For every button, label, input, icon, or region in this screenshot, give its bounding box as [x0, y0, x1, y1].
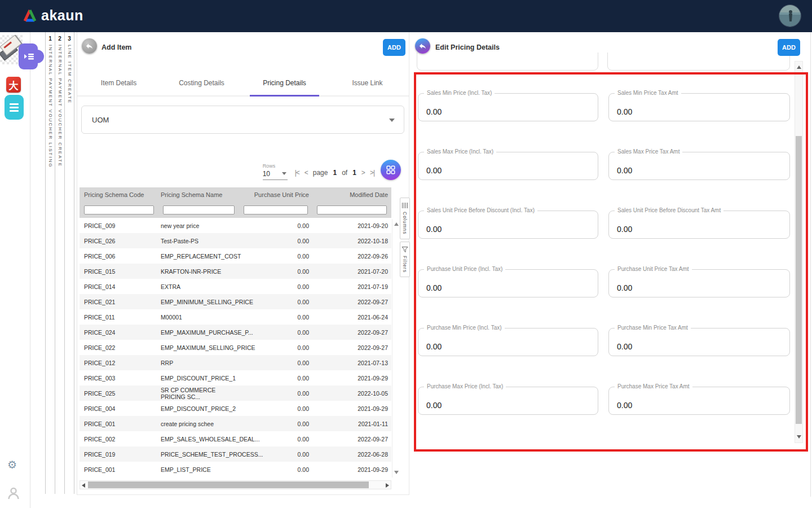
user-avatar[interactable] [779, 5, 801, 27]
filter-input-purchase-unit-price[interactable] [244, 205, 308, 214]
uom-select-label: UOM [92, 116, 109, 124]
add-button[interactable]: ADD [778, 39, 800, 56]
prev-page-button[interactable]: < [304, 169, 308, 177]
back-arrow-icon [85, 42, 94, 50]
settings-gear-icon[interactable]: ⚙ [7, 458, 17, 471]
sales-max-price-field[interactable]: Sales Max Price (Incl. Tax)0.00 [418, 152, 598, 180]
sales-min-price-field[interactable]: Sales Min Price (Incl. Tax)0.00 [418, 93, 598, 121]
cell-code: PRICE_001 [80, 466, 158, 473]
filter-funnel-icon [401, 246, 408, 253]
field-label: Sales Min Price Tax Amt [615, 90, 681, 96]
nav-strip-internal-payment-voucher-listing[interactable]: 1 INTERNAL PAYMENT VOUCHER LISTING [45, 32, 55, 494]
cell-name: KRAFTON-INR-PRICE [158, 268, 239, 275]
rows-per-page-select[interactable]: Rows 10 [263, 163, 288, 180]
field-value: 0.00 [426, 401, 442, 410]
edit-pricing-details-panel: Edit Pricing Details ADD Sales Min Price… [412, 32, 811, 497]
purchase-max-price-tax-amt-field[interactable]: Purchase Max Price Tax Amt0.00 [608, 387, 790, 415]
cell-date: 2021-01-11 [312, 421, 391, 427]
gear-glyph: ⚙ [7, 458, 17, 471]
table-row[interactable]: PRICE_014EXTRA0.002021-07-19 [80, 279, 391, 294]
table-vertical-scrollbar[interactable] [392, 219, 400, 478]
sales-min-price-tax-amt-field[interactable]: Sales Min Price Tax Amt0.00 [608, 93, 790, 121]
field-value: 0.00 [426, 225, 442, 234]
table-row[interactable]: PRICE_009new year price0.002021-09-20 [80, 218, 391, 233]
list-app-icon[interactable] [5, 95, 24, 120]
back-button[interactable] [82, 38, 97, 54]
rows-value[interactable]: 10 [263, 170, 288, 180]
purchase-unit-price-field[interactable]: Purchase Unit Price (Incl. Tax)0.00 [418, 269, 598, 297]
nav-strip-line-item-create[interactable]: 3 LINE ITEM CREATE [64, 32, 74, 494]
cell-date: 2022-10-05 [312, 390, 391, 397]
app-header: akaun [0, 0, 812, 32]
table-row[interactable]: PRICE_012RRP0.002021-07-13 [80, 355, 391, 370]
nav-strip-internal-payment-voucher-create[interactable]: 2 INTERNAL PAYMENT VOUCHER CREATE [55, 32, 64, 494]
table-row[interactable]: PRICE_001create pricing schee0.002021-01… [80, 416, 391, 431]
filter-input-pricing-schema-code[interactable] [84, 205, 154, 214]
table-row[interactable]: PRICE_026Test-Paste-PS0.002022-10-18 [80, 233, 391, 248]
tab-item-details[interactable]: Item Details [77, 71, 160, 95]
filter-input-modified-date[interactable] [317, 205, 387, 214]
first-page-button[interactable]: |< [295, 169, 299, 177]
table-row[interactable]: PRICE_003EMP_DISCOUNT_PRICE_10.002021-09… [80, 370, 391, 386]
rail-divider [30, 32, 30, 508]
back-button[interactable] [415, 38, 430, 54]
current-page: 1 [333, 169, 337, 177]
field-label: Sales Max Price Tax Amt [615, 148, 682, 155]
user-profile-icon[interactable] [7, 487, 20, 502]
person-outline-icon [7, 487, 20, 500]
scroll-right-arrow[interactable] [386, 483, 389, 488]
tab-pricing-details[interactable]: Pricing Details [243, 71, 326, 95]
columns-side-tab[interactable]: Columns [400, 198, 410, 239]
field-label: Purchase Unit Price (Incl. Tax) [424, 266, 505, 272]
strip-label: INTERNAL PAYMENT VOUCHER CREATE [58, 45, 63, 167]
cell-price: 0.00 [239, 390, 312, 397]
purchase-max-price-field[interactable]: Purchase Max Price (Incl. Tax)0.00 [418, 387, 598, 415]
sales-unit-price-before-discount-field[interactable]: Sales Unit Price Before Discount (Incl. … [418, 211, 598, 239]
uom-select[interactable]: UOM [81, 106, 404, 134]
table-row[interactable]: PRICE_022EMP_MAXIMUM_SELLING_PRICE0.0020… [80, 340, 391, 355]
scroll-down-arrow[interactable] [394, 471, 399, 474]
field-value: 0.00 [617, 401, 632, 410]
table-row[interactable]: PRICE_021EMP_MINIMUM_SELLING_PRICE0.0020… [80, 294, 391, 309]
table-horizontal-scrollbar[interactable] [80, 480, 391, 489]
filter-input-pricing-schema-name[interactable] [163, 205, 235, 214]
red-app-icon[interactable]: 大 [6, 77, 21, 93]
pricing-schema-table: Pricing Schema Code Pricing Schema Name … [80, 187, 391, 477]
table-row[interactable]: PRICE_002EMP_SALES_WHOLESALE_DEAL...0.00… [80, 431, 391, 446]
purchase-min-price-field[interactable]: Purchase Min Price (Incl. Tax)0.00 [418, 328, 598, 356]
strip-number: 2 [58, 36, 61, 42]
last-page-button[interactable]: >| [370, 169, 374, 177]
table-row[interactable]: PRICE_011M000010.002021-06-24 [80, 309, 391, 325]
table-row[interactable]: PRICE_006EMP_REPLACEMENT_COST0.002022-09… [80, 248, 391, 264]
scroll-left-arrow[interactable] [82, 483, 85, 488]
page-word: page [313, 169, 328, 177]
table-row[interactable]: PRICE_015KRAFTON-INR-PRICE0.002021-07-20 [80, 264, 391, 279]
table-filter-row [80, 202, 391, 218]
purchase-min-price-tax-amt-field[interactable]: Purchase Min Price Tax Amt0.00 [608, 328, 790, 356]
filters-side-tab[interactable]: Filters [400, 242, 410, 277]
menu-expander-button[interactable] [19, 43, 38, 69]
scroll-up-arrow[interactable] [394, 222, 399, 226]
sales-unit-price-before-discount-tax-amt-field[interactable]: Sales Unit Price Before Discount Tax Amt… [608, 211, 790, 239]
sales-max-price-tax-amt-field[interactable]: Sales Max Price Tax Amt0.00 [608, 152, 790, 180]
scroll-up-arrow[interactable] [797, 65, 801, 69]
field-value: 0.00 [426, 107, 442, 116]
table-row[interactable]: PRICE_019PRICE_SCHEME_TEST_PROCESS...0.0… [80, 446, 391, 462]
cell-name: Test-Paste-PS [158, 238, 239, 244]
purchase-unit-price-tax-amt-field[interactable]: Purchase Unit Price Tax Amt0.00 [608, 269, 790, 297]
cell-name: EMP_REPLACEMENT_COST [158, 253, 239, 260]
table-row[interactable]: PRICE_004EMP_DISCOUNT_PRICE_20.002021-09… [80, 401, 391, 416]
tab-issue-link[interactable]: Issue Link [326, 71, 409, 95]
total-pages: 1 [352, 169, 356, 177]
cell-price: 0.00 [239, 451, 312, 458]
add-button[interactable]: ADD [383, 39, 405, 56]
table-row[interactable]: PRICE_024EMP_MAXIMUM_PURCHASE_P...0.0020… [80, 325, 391, 340]
tab-costing-details[interactable]: Costing Details [160, 71, 243, 95]
horizontal-scroll-thumb[interactable] [88, 481, 369, 488]
table-row[interactable]: PRICE_025SR CP COMMERCE PRICING SC...0.0… [80, 386, 391, 401]
grid-view-button[interactable] [381, 160, 401, 180]
chevron-down-icon [282, 172, 286, 175]
cell-name: EXTRA [158, 283, 239, 290]
table-row[interactable]: PRICE_001EMP_LIST_PRICE0.002021-09-29 [80, 462, 391, 477]
next-page-button[interactable]: > [361, 169, 365, 177]
